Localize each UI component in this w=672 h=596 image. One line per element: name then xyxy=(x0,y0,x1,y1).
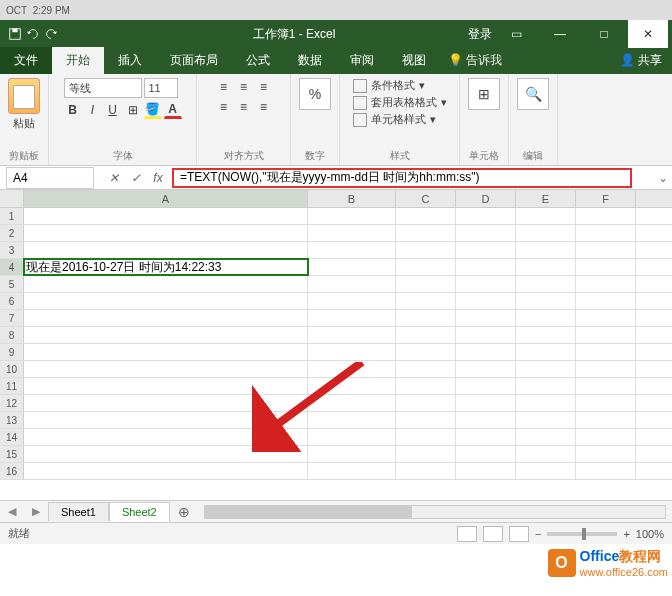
font-name-select[interactable]: 等线 xyxy=(64,78,142,98)
cell[interactable] xyxy=(24,242,308,258)
sheet-tab-2[interactable]: Sheet2 xyxy=(109,502,170,522)
cell[interactable] xyxy=(456,208,516,224)
row-header[interactable]: 6 xyxy=(0,293,24,309)
maximize-button[interactable]: □ xyxy=(584,20,624,48)
align-left-icon[interactable]: ≡ xyxy=(215,98,233,116)
cell[interactable] xyxy=(456,395,516,411)
cell[interactable] xyxy=(308,378,396,394)
col-header-d[interactable]: D xyxy=(456,190,516,207)
cell[interactable] xyxy=(308,225,396,241)
cell[interactable] xyxy=(516,208,576,224)
row-header[interactable]: 5 xyxy=(0,276,24,292)
cell[interactable] xyxy=(576,429,636,445)
cell[interactable] xyxy=(396,225,456,241)
cell[interactable] xyxy=(308,208,396,224)
cell[interactable] xyxy=(576,259,636,275)
cell[interactable] xyxy=(396,429,456,445)
cell[interactable] xyxy=(516,225,576,241)
cell[interactable] xyxy=(456,446,516,462)
align-bottom-icon[interactable]: ≡ xyxy=(255,78,273,96)
cell[interactable] xyxy=(576,225,636,241)
align-right-icon[interactable]: ≡ xyxy=(255,98,273,116)
editing-button[interactable]: 🔍 xyxy=(517,78,549,110)
cell[interactable] xyxy=(24,344,308,360)
cell[interactable] xyxy=(576,327,636,343)
tab-home[interactable]: 开始 xyxy=(52,47,104,74)
page-break-view-button[interactable] xyxy=(509,526,529,542)
cell[interactable] xyxy=(24,276,308,292)
undo-icon[interactable] xyxy=(26,27,40,41)
zoom-slider[interactable] xyxy=(547,532,617,536)
cell[interactable] xyxy=(456,276,516,292)
cell[interactable] xyxy=(576,412,636,428)
cell[interactable] xyxy=(24,208,308,224)
cell[interactable] xyxy=(516,378,576,394)
fill-color-button[interactable]: 🪣 xyxy=(144,101,162,119)
add-sheet-button[interactable]: ⊕ xyxy=(170,504,198,520)
bold-button[interactable]: B xyxy=(64,101,82,119)
row-header[interactable]: 16 xyxy=(0,463,24,479)
save-icon[interactable] xyxy=(8,27,22,41)
page-layout-view-button[interactable] xyxy=(483,526,503,542)
align-center-icon[interactable]: ≡ xyxy=(235,98,253,116)
ribbon-options-icon[interactable]: ▭ xyxy=(496,20,536,48)
cell[interactable] xyxy=(516,429,576,445)
cell[interactable] xyxy=(308,446,396,462)
cancel-formula-icon[interactable]: ✕ xyxy=(104,171,124,185)
cell[interactable] xyxy=(456,259,516,275)
row-header[interactable]: 13 xyxy=(0,412,24,428)
col-header-a[interactable]: A xyxy=(24,190,308,207)
cell[interactable] xyxy=(576,446,636,462)
cell[interactable] xyxy=(24,395,308,411)
cell-style-button[interactable]: 单元格样式 ▾ xyxy=(353,112,447,127)
cell[interactable] xyxy=(576,208,636,224)
cell[interactable] xyxy=(576,361,636,377)
cell[interactable] xyxy=(516,259,576,275)
cell[interactable] xyxy=(516,242,576,258)
cell[interactable] xyxy=(396,208,456,224)
cell[interactable] xyxy=(308,361,396,377)
cells-button[interactable]: ⊞ xyxy=(468,78,500,110)
cell[interactable] xyxy=(456,378,516,394)
cell[interactable] xyxy=(308,310,396,326)
cell[interactable] xyxy=(396,293,456,309)
table-format-button[interactable]: 套用表格格式 ▾ xyxy=(353,95,447,110)
cell[interactable] xyxy=(308,276,396,292)
cell[interactable] xyxy=(516,361,576,377)
row-header[interactable]: 3 xyxy=(0,242,24,258)
col-header-f[interactable]: F xyxy=(576,190,636,207)
cell[interactable] xyxy=(516,344,576,360)
font-size-select[interactable]: 11 xyxy=(144,78,178,98)
col-header-c[interactable]: C xyxy=(396,190,456,207)
cell[interactable] xyxy=(516,310,576,326)
cell[interactable] xyxy=(24,429,308,445)
tab-layout[interactable]: 页面布局 xyxy=(156,47,232,74)
col-header-e[interactable]: E xyxy=(516,190,576,207)
row-header[interactable]: 10 xyxy=(0,361,24,377)
zoom-in-button[interactable]: + xyxy=(623,528,629,540)
cell[interactable] xyxy=(516,463,576,479)
cell[interactable] xyxy=(308,463,396,479)
login-button[interactable]: 登录 xyxy=(468,26,492,43)
row-header[interactable]: 15 xyxy=(0,446,24,462)
row-header[interactable]: 8 xyxy=(0,327,24,343)
cell[interactable] xyxy=(24,361,308,377)
cell[interactable] xyxy=(396,361,456,377)
cell[interactable] xyxy=(576,395,636,411)
cell[interactable] xyxy=(456,293,516,309)
cell[interactable] xyxy=(24,378,308,394)
underline-button[interactable]: U xyxy=(104,101,122,119)
cell[interactable] xyxy=(516,395,576,411)
cell[interactable] xyxy=(308,429,396,445)
cell[interactable] xyxy=(516,412,576,428)
cell[interactable] xyxy=(576,293,636,309)
cell[interactable] xyxy=(24,327,308,343)
worksheet-grid[interactable]: A B C D E F 1 2 3 4 现在是2016-10-27日 时间为14… xyxy=(0,190,672,500)
cell[interactable] xyxy=(516,293,576,309)
tellme-search[interactable]: 💡 告诉我 xyxy=(440,47,610,74)
font-color-button[interactable]: A xyxy=(164,101,182,119)
cell[interactable] xyxy=(396,463,456,479)
paste-icon[interactable] xyxy=(8,78,40,114)
cell[interactable] xyxy=(576,344,636,360)
cell[interactable] xyxy=(456,242,516,258)
